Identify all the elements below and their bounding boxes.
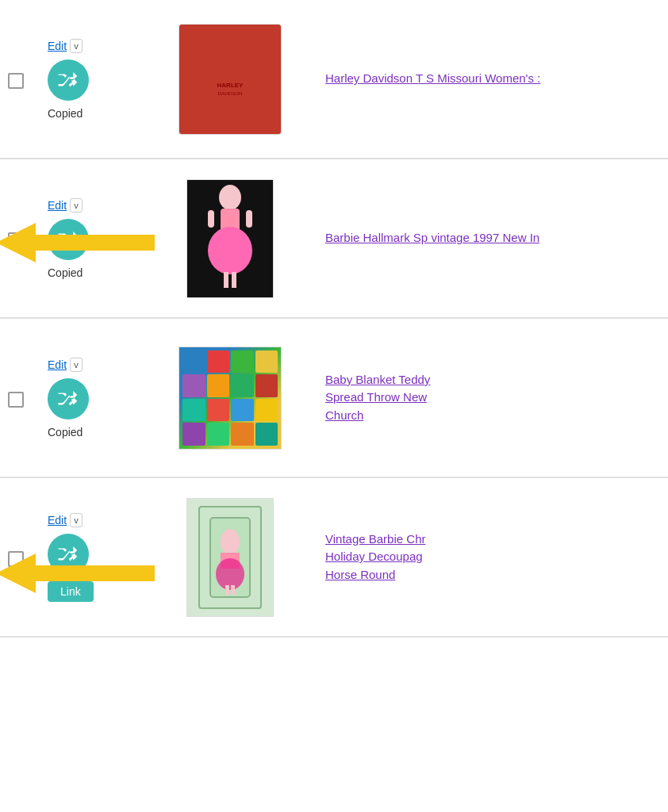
checkbox-col [8, 389, 48, 408]
shuffle-icon[interactable] [48, 59, 89, 101]
svg-point-3 [219, 185, 241, 210]
edit-link[interactable]: Edit [48, 199, 67, 212]
edit-link[interactable]: Edit [48, 40, 67, 52]
shuffle-svg [56, 542, 80, 566]
title-spread: Spread Throw New [325, 390, 427, 404]
shuffle-icon[interactable] [48, 378, 89, 419]
shuffle-icon[interactable] [48, 219, 89, 260]
blanket-cell [255, 374, 278, 397]
title-vintage-line1: Vintage Barbie Chr [325, 532, 425, 546]
vintage-bag [198, 506, 262, 609]
svg-rect-15 [225, 585, 229, 595]
product-row-2: Edit v Copied [0, 159, 668, 318]
status-label: Copied [48, 426, 83, 439]
blanket-cell [182, 350, 205, 373]
title-col: Barbie Hallmark Sp vintage 1997 New In [309, 229, 660, 247]
blanket-cell [231, 399, 254, 422]
title-col: Vintage Barbie Chr Holiday Decoupag Hors… [309, 530, 660, 584]
status-label: Copied [48, 266, 83, 279]
dropdown-button[interactable]: v [70, 39, 83, 53]
blanket-cell [231, 374, 254, 397]
row2-checkbox[interactable] [8, 232, 24, 248]
blanket-cell [207, 374, 230, 397]
actions-col: Edit v Copied [48, 39, 151, 120]
product-image-blanket [179, 347, 282, 450]
blanket-cell [182, 399, 205, 422]
image-col [151, 347, 309, 450]
tshirt-svg: HARLEY DAVIDSON [190, 44, 270, 115]
svg-point-14 [216, 558, 244, 590]
svg-rect-16 [231, 585, 235, 595]
list-item: Edit v Copied [0, 159, 668, 319]
svg-point-12 [221, 529, 240, 554]
row3-checkbox[interactable] [8, 392, 24, 408]
blanket-cell [255, 399, 278, 422]
blanket-cell [182, 423, 205, 446]
product-title-link[interactable]: Vintage Barbie Chr Holiday Decoupag Hors… [325, 532, 425, 581]
product-row-4: Edit v Link [0, 478, 668, 637]
row4-checkbox[interactable] [8, 551, 24, 567]
title-horse-round: Horse Round [325, 568, 395, 581]
checkbox-col [8, 548, 48, 567]
checkbox-col [8, 70, 48, 89]
shuffle-svg [56, 68, 80, 92]
blanket-cell [207, 423, 230, 446]
product-image-vintage [186, 498, 274, 617]
vintage-svg [206, 514, 254, 601]
checkbox-col [8, 229, 48, 248]
barbie-svg [198, 183, 262, 294]
product-title-link[interactable]: Harley Davidson T S Missouri Women's : [325, 71, 540, 85]
title-line1: Baby Blanket Teddy [325, 373, 430, 386]
edit-row: Edit v [48, 358, 83, 372]
blanket-cell [255, 350, 278, 373]
product-title-link[interactable]: Barbie Hallmark Sp vintage 1997 New In [325, 231, 539, 244]
edit-row: Edit v [48, 39, 83, 53]
actions-col: Edit v Link [48, 513, 151, 602]
list-item: Edit v Copied HARLEY DAVIDSON [0, 0, 668, 159]
title-col: Harley Davidson T S Missouri Women's : [309, 70, 660, 88]
actions-col: Edit v Copied [48, 358, 151, 439]
edit-link[interactable]: Edit [48, 514, 67, 527]
row1-checkbox[interactable] [8, 73, 24, 89]
status-label: Copied [48, 107, 83, 120]
svg-rect-7 [232, 272, 236, 288]
actions-col: Edit v Copied [48, 198, 151, 279]
edit-row: Edit v [48, 198, 83, 213]
product-image-barbie [186, 179, 274, 298]
dropdown-button[interactable]: v [70, 513, 83, 527]
dropdown-button[interactable]: v [70, 358, 83, 372]
title-col: Baby Blanket Teddy Baby Blanket Teddy Sp… [309, 371, 660, 425]
image-col [151, 498, 309, 617]
shuffle-icon[interactable] [48, 534, 89, 575]
svg-text:HARLEY: HARLEY [217, 82, 244, 89]
title-church: Church [325, 408, 363, 422]
shuffle-svg [56, 228, 80, 251]
blanket-cell [207, 350, 230, 373]
svg-point-5 [208, 227, 252, 274]
dropdown-button[interactable]: v [70, 198, 83, 213]
list-item: Edit v Link [0, 478, 668, 638]
svg-rect-8 [208, 210, 214, 228]
svg-rect-6 [224, 272, 228, 288]
blanket-cell [182, 374, 205, 397]
image-col [151, 179, 309, 298]
product-row-3: Edit v Copied Baby Blanket Teddy [0, 319, 668, 477]
blanket-cell [231, 423, 254, 446]
blanket-grid [182, 350, 278, 446]
product-row-1: Edit v Copied HARLEY DAVIDSON [0, 0, 668, 159]
edit-row: Edit v [48, 513, 83, 527]
edit-link[interactable]: Edit [48, 358, 67, 371]
blanket-cell [255, 423, 278, 446]
product-image-tshirt: HARLEY DAVIDSON [179, 24, 282, 135]
title-vintage-line2: Holiday Decoupag [325, 550, 423, 563]
svg-text:DAVIDSON: DAVIDSON [218, 91, 243, 96]
main-container: Edit v Copied HARLEY DAVIDSON [0, 0, 668, 638]
blanket-cell [207, 399, 230, 422]
shuffle-svg [56, 387, 80, 411]
image-col: HARLEY DAVIDSON [151, 24, 309, 135]
svg-marker-0 [194, 44, 266, 115]
blanket-cell [231, 350, 254, 373]
link-button[interactable]: Link [48, 581, 94, 602]
list-item: Edit v Copied Baby Blanket Teddy [0, 319, 668, 478]
product-title-link[interactable]: Baby Blanket Teddy Baby Blanket Teddy Sp… [325, 373, 430, 422]
